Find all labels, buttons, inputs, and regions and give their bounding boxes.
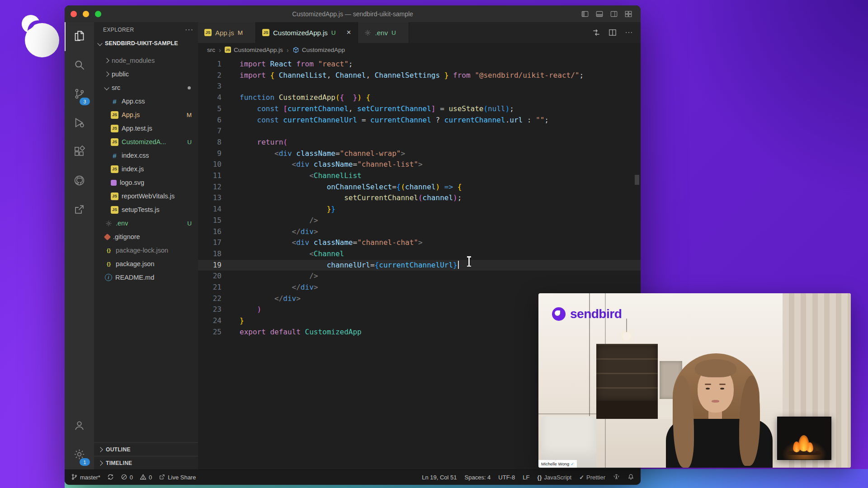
code-line[interactable]: 8 return( bbox=[198, 137, 641, 148]
git-branch-status[interactable]: master* bbox=[71, 474, 100, 482]
activity-extensions[interactable] bbox=[65, 138, 94, 167]
activity-explorer[interactable] bbox=[65, 22, 94, 51]
activity-live-share[interactable] bbox=[65, 196, 94, 225]
line-number[interactable]: 17 bbox=[198, 237, 222, 249]
line-number[interactable]: 23 bbox=[198, 304, 222, 315]
activity-github[interactable] bbox=[65, 167, 94, 196]
code-line[interactable]: 7 bbox=[198, 126, 641, 137]
line-number[interactable]: 18 bbox=[198, 249, 222, 260]
code-line[interactable]: 13 setCurrentChannel(channel); bbox=[198, 192, 641, 204]
tree-item-package-lock-json[interactable]: {}package-lock.json bbox=[94, 244, 198, 257]
line-number[interactable]: 8 bbox=[198, 137, 222, 148]
code-line[interactable]: 1import React from "react"; bbox=[198, 59, 641, 70]
eol[interactable]: LF bbox=[523, 474, 529, 481]
line-number[interactable]: 24 bbox=[198, 315, 222, 327]
line-number[interactable]: 5 bbox=[198, 103, 222, 115]
breadcrumb-item[interactable]: JSCustomizedApp.js bbox=[225, 47, 283, 53]
line-number[interactable]: 21 bbox=[198, 282, 222, 293]
activity-source-control[interactable]: 3 bbox=[65, 80, 94, 109]
tree-item-app-js[interactable]: JSApp.jsM bbox=[94, 108, 198, 122]
breadcrumb-item[interactable]: CustomizedApp bbox=[292, 47, 345, 53]
line-number[interactable]: 12 bbox=[198, 182, 222, 193]
split-editor-icon[interactable] bbox=[608, 28, 617, 37]
tree-item-package-json[interactable]: {}package.json bbox=[94, 257, 198, 271]
titlebar[interactable]: CustomizedApp.js — sendbird-uikit-sample bbox=[65, 5, 641, 22]
layout-sidebar-left-icon[interactable] bbox=[581, 10, 589, 18]
line-number[interactable]: 3 bbox=[198, 81, 222, 92]
line-number[interactable]: 25 bbox=[198, 327, 222, 338]
close-icon[interactable]: × bbox=[347, 28, 351, 37]
code-line[interactable]: 16 </div> bbox=[198, 226, 641, 238]
line-number[interactable]: 16 bbox=[198, 226, 222, 238]
layout-sidebar-right-icon[interactable] bbox=[610, 10, 618, 18]
code-line[interactable]: 9 <div className="channel-wrap"> bbox=[198, 148, 641, 160]
tab-customizedapp-js[interactable]: JSCustomizedApp.jsU× bbox=[256, 22, 358, 43]
tree-item-app-css[interactable]: #App.css bbox=[94, 94, 198, 108]
explorer-more-actions-icon[interactable]: ··· bbox=[185, 26, 193, 34]
line-number[interactable]: 4 bbox=[198, 92, 222, 103]
language-mode[interactable]: {}JavaScript bbox=[537, 474, 571, 481]
code-line[interactable]: 4function CustomizedApp({ }) { bbox=[198, 92, 641, 103]
formatter[interactable]: ✓Prettier bbox=[579, 474, 605, 481]
line-number[interactable]: 20 bbox=[198, 271, 222, 282]
workspace-root-row[interactable]: SENDBIRD-UIKIT-SAMPLE bbox=[94, 38, 198, 49]
line-number[interactable]: 19 bbox=[198, 260, 222, 271]
code-line[interactable]: 17 <div className="channel-chat"> bbox=[198, 237, 641, 249]
tree-item-node-modules[interactable]: node_modules bbox=[94, 54, 198, 67]
breadcrumb-item[interactable]: src bbox=[207, 47, 215, 53]
activity-search[interactable] bbox=[65, 51, 94, 80]
layout-customize-icon[interactable] bbox=[624, 10, 632, 18]
code-line[interactable]: 10 <div className="channel-list"> bbox=[198, 159, 641, 170]
line-number[interactable]: 10 bbox=[198, 159, 222, 170]
live-share-status[interactable]: Live Share bbox=[159, 474, 196, 482]
panel-timeline[interactable]: TIMELINE bbox=[94, 456, 198, 469]
code-line[interactable]: 11 <ChannelList bbox=[198, 170, 641, 182]
code-line[interactable]: 19 channelUrl={currentChannelUrl} bbox=[198, 260, 641, 271]
line-number[interactable]: 1 bbox=[198, 59, 222, 70]
close-window-button[interactable] bbox=[71, 11, 77, 17]
tree-item-logo-svg[interactable]: logo.svg bbox=[94, 176, 198, 189]
line-number[interactable]: 13 bbox=[198, 192, 222, 204]
tree-item-readme-md[interactable]: iREADME.md bbox=[94, 271, 198, 284]
code-line[interactable]: 12 onChannelSelect={(channel) => { bbox=[198, 182, 641, 193]
notifications[interactable] bbox=[627, 474, 634, 482]
code-line[interactable]: 21 </div> bbox=[198, 282, 641, 293]
tree-item--env[interactable]: .envU bbox=[94, 216, 198, 230]
tree-item-customizeda-[interactable]: JSCustomizedA...U bbox=[94, 135, 198, 149]
code-line[interactable]: 6 const currentChannelUrl = currentChann… bbox=[198, 115, 641, 126]
sync-status[interactable] bbox=[107, 474, 114, 482]
tab-app-js[interactable]: JSApp.jsM bbox=[198, 22, 256, 43]
zoom-window-button[interactable] bbox=[95, 11, 101, 17]
code-line[interactable]: 2import { ChannelList, Channel, ChannelS… bbox=[198, 70, 641, 81]
line-number[interactable]: 14 bbox=[198, 204, 222, 215]
ports[interactable] bbox=[613, 474, 620, 482]
panel-outline[interactable]: OUTLINE bbox=[94, 442, 198, 456]
tree-item-app-test-js[interactable]: JSApp.test.js bbox=[94, 122, 198, 135]
encoding[interactable]: UTF-8 bbox=[498, 474, 515, 481]
line-number[interactable]: 6 bbox=[198, 115, 222, 126]
tree-item-src[interactable]: src bbox=[94, 81, 198, 94]
errors-count[interactable]: 0 bbox=[121, 474, 133, 482]
code-line[interactable]: 5 const [currentChannel, setCurrentChann… bbox=[198, 103, 641, 115]
indentation[interactable]: Spaces: 4 bbox=[465, 474, 491, 481]
code-line[interactable]: 20 /> bbox=[198, 271, 641, 282]
line-number[interactable]: 9 bbox=[198, 148, 222, 160]
tree-item-index-js[interactable]: JSindex.js bbox=[94, 162, 198, 176]
activity-accounts[interactable] bbox=[65, 412, 94, 441]
code-line[interactable]: 3 bbox=[198, 81, 641, 92]
line-number[interactable]: 22 bbox=[198, 293, 222, 305]
activity-run-and-debug[interactable] bbox=[65, 109, 94, 138]
tree-item-setuptests-js[interactable]: JSsetupTests.js bbox=[94, 203, 198, 216]
activity-settings[interactable]: 1 bbox=[65, 441, 94, 469]
line-number[interactable]: 15 bbox=[198, 215, 222, 226]
open-changes-icon[interactable] bbox=[592, 28, 601, 37]
editor-scrollbar[interactable] bbox=[635, 175, 639, 185]
tree-item--gitignore[interactable]: .gitignore bbox=[94, 230, 198, 244]
layout-panel-icon[interactable] bbox=[595, 10, 604, 18]
more-actions-icon[interactable] bbox=[624, 28, 633, 37]
line-number[interactable]: 2 bbox=[198, 70, 222, 81]
line-number[interactable]: 7 bbox=[198, 126, 222, 137]
tree-item-index-css[interactable]: #index.css bbox=[94, 149, 198, 162]
tab--env[interactable]: .envU bbox=[358, 22, 409, 43]
tree-item-reportwebvitals-js[interactable]: JSreportWebVitals.js bbox=[94, 189, 198, 203]
